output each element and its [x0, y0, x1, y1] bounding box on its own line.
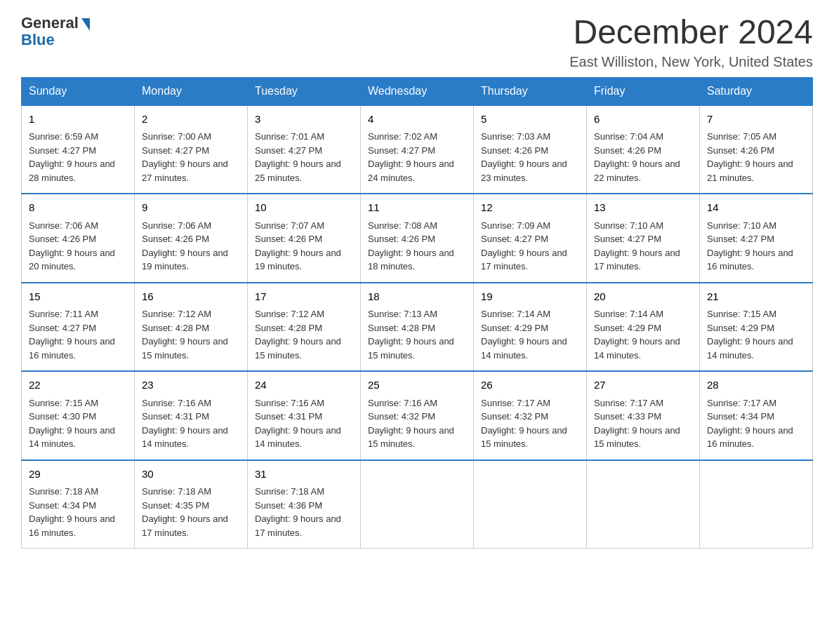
calendar-cell-1-4: 4Sunrise: 7:02 AMSunset: 4:27 PMDaylight… [361, 105, 474, 194]
calendar-cell-1-1: 1Sunrise: 6:59 AMSunset: 4:27 PMDaylight… [22, 105, 135, 194]
calendar-cell-3-7: 21Sunrise: 7:15 AMSunset: 4:29 PMDayligh… [700, 283, 813, 372]
calendar-cell-5-6 [587, 460, 700, 549]
day-info: Sunrise: 7:00 AMSunset: 4:27 PMDaylight:… [142, 131, 228, 183]
day-info: Sunrise: 7:14 AMSunset: 4:29 PMDaylight:… [481, 309, 567, 361]
calendar-cell-1-7: 7Sunrise: 7:05 AMSunset: 4:26 PMDaylight… [700, 105, 813, 194]
calendar-cell-1-6: 6Sunrise: 7:04 AMSunset: 4:26 PMDaylight… [587, 105, 700, 194]
calendar-cell-3-3: 17Sunrise: 7:12 AMSunset: 4:28 PMDayligh… [248, 283, 361, 372]
day-info: Sunrise: 7:10 AMSunset: 4:27 PMDaylight:… [594, 220, 680, 272]
day-info: Sunrise: 7:16 AMSunset: 4:32 PMDaylight:… [368, 398, 454, 450]
calendar-cell-4-4: 25Sunrise: 7:16 AMSunset: 4:32 PMDayligh… [361, 371, 474, 460]
day-info: Sunrise: 7:18 AMSunset: 4:34 PMDaylight:… [29, 486, 115, 538]
day-number: 31 [255, 467, 353, 483]
day-number: 14 [707, 200, 805, 216]
location-title: East Williston, New York, United States [569, 54, 813, 70]
day-number: 20 [594, 289, 692, 305]
day-info: Sunrise: 7:15 AMSunset: 4:30 PMDaylight:… [29, 398, 115, 450]
day-number: 26 [481, 377, 579, 394]
calendar-cell-3-6: 20Sunrise: 7:14 AMSunset: 4:29 PMDayligh… [587, 283, 700, 372]
day-number: 1 [29, 112, 127, 128]
day-info: Sunrise: 7:13 AMSunset: 4:28 PMDaylight:… [368, 309, 454, 361]
calendar-header-saturday: Saturday [700, 77, 813, 105]
calendar-header-thursday: Thursday [474, 77, 587, 105]
calendar-table: SundayMondayTuesdayWednesdayThursdayFrid… [21, 77, 813, 549]
day-number: 5 [481, 112, 579, 128]
calendar-cell-3-4: 18Sunrise: 7:13 AMSunset: 4:28 PMDayligh… [361, 283, 474, 372]
calendar-cell-4-6: 27Sunrise: 7:17 AMSunset: 4:33 PMDayligh… [587, 371, 700, 460]
day-number: 21 [707, 289, 805, 305]
calendar-header-row: SundayMondayTuesdayWednesdayThursdayFrid… [22, 77, 813, 105]
calendar-header-sunday: Sunday [22, 77, 135, 105]
calendar-week-row-4: 22Sunrise: 7:15 AMSunset: 4:30 PMDayligh… [22, 371, 813, 460]
calendar-cell-5-1: 29Sunrise: 7:18 AMSunset: 4:34 PMDayligh… [22, 460, 135, 549]
day-number: 15 [29, 289, 127, 305]
calendar-cell-4-7: 28Sunrise: 7:17 AMSunset: 4:34 PMDayligh… [700, 371, 813, 460]
calendar-cell-2-2: 9Sunrise: 7:06 AMSunset: 4:26 PMDaylight… [135, 194, 248, 283]
day-info: Sunrise: 7:17 AMSunset: 4:33 PMDaylight:… [594, 398, 680, 450]
day-info: Sunrise: 7:15 AMSunset: 4:29 PMDaylight:… [707, 309, 793, 361]
day-info: Sunrise: 6:59 AMSunset: 4:27 PMDaylight:… [29, 131, 115, 183]
calendar-week-row-3: 15Sunrise: 7:11 AMSunset: 4:27 PMDayligh… [22, 283, 813, 372]
calendar-cell-2-5: 12Sunrise: 7:09 AMSunset: 4:27 PMDayligh… [474, 194, 587, 283]
day-info: Sunrise: 7:10 AMSunset: 4:27 PMDaylight:… [707, 220, 793, 272]
day-info: Sunrise: 7:07 AMSunset: 4:26 PMDaylight:… [255, 220, 341, 272]
day-number: 17 [255, 289, 353, 305]
calendar-cell-4-1: 22Sunrise: 7:15 AMSunset: 4:30 PMDayligh… [22, 371, 135, 460]
day-info: Sunrise: 7:05 AMSunset: 4:26 PMDaylight:… [707, 131, 793, 183]
calendar-cell-2-6: 13Sunrise: 7:10 AMSunset: 4:27 PMDayligh… [587, 194, 700, 283]
calendar-cell-2-4: 11Sunrise: 7:08 AMSunset: 4:26 PMDayligh… [361, 194, 474, 283]
calendar-week-row-1: 1Sunrise: 6:59 AMSunset: 4:27 PMDaylight… [22, 105, 813, 194]
calendar-header-friday: Friday [587, 77, 700, 105]
day-number: 6 [594, 112, 692, 128]
calendar-cell-5-3: 31Sunrise: 7:18 AMSunset: 4:36 PMDayligh… [248, 460, 361, 549]
calendar-cell-4-2: 23Sunrise: 7:16 AMSunset: 4:31 PMDayligh… [135, 371, 248, 460]
day-info: Sunrise: 7:02 AMSunset: 4:27 PMDaylight:… [368, 131, 454, 183]
calendar-cell-1-5: 5Sunrise: 7:03 AMSunset: 4:26 PMDaylight… [474, 105, 587, 194]
calendar-cell-5-7 [700, 460, 813, 549]
logo-general-text: General [21, 14, 79, 32]
calendar-cell-3-5: 19Sunrise: 7:14 AMSunset: 4:29 PMDayligh… [474, 283, 587, 372]
calendar-cell-1-3: 3Sunrise: 7:01 AMSunset: 4:27 PMDaylight… [248, 105, 361, 194]
page-header: General Blue December 2024 East Willisto… [21, 14, 813, 70]
calendar-cell-2-7: 14Sunrise: 7:10 AMSunset: 4:27 PMDayligh… [700, 194, 813, 283]
day-number: 30 [142, 467, 240, 483]
logo-arrow-icon [81, 18, 90, 31]
day-info: Sunrise: 7:06 AMSunset: 4:26 PMDaylight:… [29, 220, 115, 272]
calendar-cell-1-2: 2Sunrise: 7:00 AMSunset: 4:27 PMDaylight… [135, 105, 248, 194]
day-number: 24 [255, 377, 353, 394]
day-number: 16 [142, 289, 240, 305]
day-info: Sunrise: 7:03 AMSunset: 4:26 PMDaylight:… [481, 131, 567, 183]
calendar-cell-4-5: 26Sunrise: 7:17 AMSunset: 4:32 PMDayligh… [474, 371, 587, 460]
day-info: Sunrise: 7:01 AMSunset: 4:27 PMDaylight:… [255, 131, 341, 183]
day-info: Sunrise: 7:18 AMSunset: 4:35 PMDaylight:… [142, 486, 228, 538]
logo: General Blue [21, 14, 90, 49]
day-number: 2 [142, 112, 240, 128]
day-info: Sunrise: 7:06 AMSunset: 4:26 PMDaylight:… [142, 220, 228, 272]
calendar-week-row-5: 29Sunrise: 7:18 AMSunset: 4:34 PMDayligh… [22, 460, 813, 549]
calendar-header-monday: Monday [135, 77, 248, 105]
day-number: 12 [481, 200, 579, 216]
day-info: Sunrise: 7:14 AMSunset: 4:29 PMDaylight:… [594, 309, 680, 361]
day-number: 27 [594, 377, 692, 394]
day-number: 4 [368, 112, 466, 128]
month-title: December 2024 [569, 14, 813, 51]
logo-blue-text: Blue [21, 31, 55, 49]
day-number: 19 [481, 289, 579, 305]
day-number: 25 [368, 377, 466, 394]
calendar-cell-5-4 [361, 460, 474, 549]
day-number: 18 [368, 289, 466, 305]
day-number: 10 [255, 200, 353, 216]
day-number: 9 [142, 200, 240, 216]
calendar-cell-4-3: 24Sunrise: 7:16 AMSunset: 4:31 PMDayligh… [248, 371, 361, 460]
calendar-header-tuesday: Tuesday [248, 77, 361, 105]
day-number: 7 [707, 112, 805, 128]
day-info: Sunrise: 7:04 AMSunset: 4:26 PMDaylight:… [594, 131, 680, 183]
calendar-cell-2-3: 10Sunrise: 7:07 AMSunset: 4:26 PMDayligh… [248, 194, 361, 283]
day-number: 29 [29, 467, 127, 483]
day-info: Sunrise: 7:17 AMSunset: 4:34 PMDaylight:… [707, 398, 793, 450]
day-info: Sunrise: 7:08 AMSunset: 4:26 PMDaylight:… [368, 220, 454, 272]
day-info: Sunrise: 7:11 AMSunset: 4:27 PMDaylight:… [29, 309, 115, 361]
day-info: Sunrise: 7:16 AMSunset: 4:31 PMDaylight:… [142, 398, 228, 450]
calendar-week-row-2: 8Sunrise: 7:06 AMSunset: 4:26 PMDaylight… [22, 194, 813, 283]
day-info: Sunrise: 7:09 AMSunset: 4:27 PMDaylight:… [481, 220, 567, 272]
